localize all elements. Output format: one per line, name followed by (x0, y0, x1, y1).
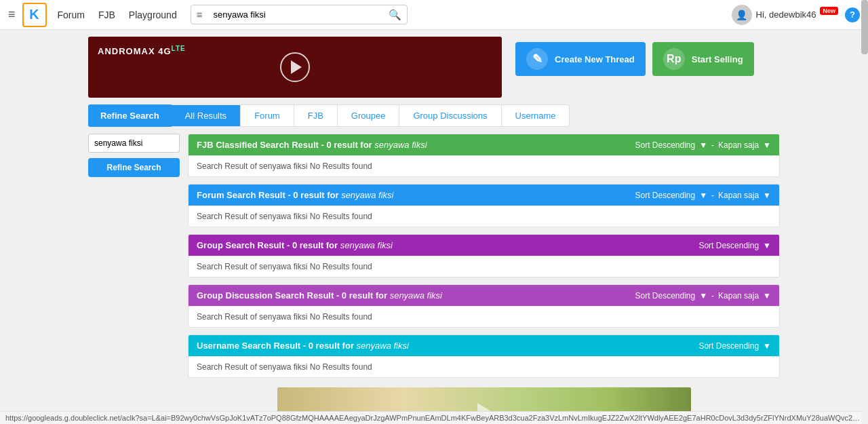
group-result-section: Group Search Result - 0 result for senya… (188, 234, 780, 277)
nav-search-submit-icon[interactable]: 🔍 (383, 9, 407, 21)
fjb-kapan-arrow: ▼ (763, 140, 771, 150)
groupdiscussion-kapan-arrow: ▼ (763, 291, 771, 301)
create-btn-label: Create New Thread (555, 54, 635, 64)
action-buttons: ✎ Create New Thread Rp Start Selling (515, 42, 754, 76)
fjb-count-text: - 0 result for (321, 140, 375, 150)
username-query: senyawa fiksi (357, 341, 409, 351)
forum-sort-arrow: ▼ (699, 191, 707, 200)
nav-right: 👤 Hi, dedewbik46 New ? (732, 5, 860, 25)
group-result-body: Search Result of senyawa fiksi No Result… (189, 256, 779, 277)
user-area: 👤 Hi, dedewbik46 New (732, 5, 838, 25)
sidebar-search-input[interactable] (88, 134, 180, 153)
groupdiscussion-sort-arrow: ▼ (699, 291, 707, 301)
groupdiscussion-sort-label[interactable]: Sort Descending (635, 291, 695, 301)
avatar: 👤 (732, 5, 752, 25)
username-title-text: Username Search Result (197, 341, 300, 351)
forum-sort-label[interactable]: Sort Descending (635, 191, 695, 200)
sell-btn-label: Start Selling (692, 54, 743, 64)
groupdiscussion-dash: - (711, 291, 714, 301)
forum-title-text: Forum Search Result (197, 190, 285, 200)
hamburger-icon[interactable]: ≡ (8, 7, 16, 22)
nav-search-input[interactable] (208, 5, 382, 24)
group-result-controls: Sort Descending ▼ (698, 241, 771, 250)
sidebar-refine-button[interactable]: Refine Search (88, 158, 180, 177)
tab-all-results[interactable]: All Results (172, 104, 241, 127)
results-layout: Refine Search FJB Classified Search Resu… (88, 134, 780, 385)
banner-area: ANDROMAX 4GLTE ✎ Create New Thread Rp St… (0, 30, 868, 104)
forum-result-title: Forum Search Result - 0 result for senya… (197, 190, 393, 200)
forum-kapan-arrow: ▼ (763, 191, 771, 200)
create-icon: ✎ (526, 48, 548, 70)
username-result-section: Username Search Result - 0 result for se… (188, 334, 780, 378)
site-logo[interactable]: K (22, 3, 47, 27)
scrollbar[interactable] (861, 0, 868, 424)
main-content: Refine Search All Results Forum FJB Grou… (0, 104, 868, 424)
nav-forum-link[interactable]: Forum (58, 9, 85, 20)
nav-playground-link[interactable]: Playground (129, 9, 177, 20)
forum-result-section: Forum Search Result - 0 result for senya… (188, 184, 780, 227)
groupdiscussion-result-controls: Sort Descending ▼ - Kapan saja ▼ (635, 291, 771, 301)
fjb-result-title: FJB Classified Search Result - 0 result … (197, 140, 427, 150)
groupdiscussion-result-header: Group Discussion Search Result - 0 resul… (189, 285, 779, 306)
username-result-controls: Sort Descending ▼ (698, 341, 771, 351)
fjb-result-controls: Sort Descending ▼ - Kapan saja ▼ (635, 140, 771, 150)
group-sort-arrow: ▼ (763, 241, 771, 250)
banner-logo: ANDROMAX 4GLTE (98, 45, 186, 56)
sidebar: Refine Search (88, 134, 180, 385)
forum-result-body: Search Result of senyawa fiksi No Result… (189, 206, 779, 227)
tab-forum[interactable]: Forum (241, 104, 294, 127)
play-icon (291, 60, 302, 74)
tab-groupee[interactable]: Groupee (338, 104, 400, 127)
status-bar: https://googleads.g.doubleclick.net/aclk… (0, 411, 868, 424)
username-result-header: Username Search Result - 0 result for se… (189, 335, 779, 356)
create-new-thread-button[interactable]: ✎ Create New Thread (515, 42, 646, 76)
username-sort-arrow: ▼ (763, 341, 771, 351)
top-nav: ≡ K Forum FJB Playground ≡ 🔍 👤 Hi, dedew… (0, 0, 868, 30)
nav-search-wrapper: ≡ 🔍 (191, 5, 408, 24)
group-title-text: Group Search Result (197, 240, 284, 250)
fjb-sort-arrow: ▼ (699, 140, 707, 150)
fjb-sort-label[interactable]: Sort Descending (635, 140, 695, 150)
start-selling-button[interactable]: Rp Start Selling (652, 42, 754, 76)
nav-links: Forum FJB Playground (58, 9, 177, 20)
tab-group-discussions[interactable]: Group Discussions (399, 104, 501, 127)
search-tabs-row: Refine Search All Results Forum FJB Grou… (88, 104, 780, 127)
group-count-text: - 0 result for (287, 240, 340, 250)
tab-username[interactable]: Username (502, 104, 570, 127)
play-button[interactable] (280, 52, 310, 82)
tab-fjb[interactable]: FJB (294, 104, 338, 127)
forum-kapan-label[interactable]: Kapan saja (718, 191, 759, 200)
username-result-title: Username Search Result - 0 result for se… (197, 341, 409, 351)
groupdiscussion-count-text: - 0 result for (336, 290, 390, 301)
username-count-text: - 0 result for (303, 341, 357, 351)
groupdiscussion-kapan-label[interactable]: Kapan saja (718, 291, 759, 301)
scrollbar-thumb[interactable] (861, 0, 868, 54)
help-icon[interactable]: ? (845, 7, 860, 22)
nav-search-menu-icon[interactable]: ≡ (191, 9, 208, 20)
username-sort-label[interactable]: Sort Descending (698, 341, 759, 351)
fjb-result-header: FJB Classified Search Result - 0 result … (189, 134, 779, 155)
group-query: senyawa fiksi (340, 240, 393, 250)
fjb-title-text: FJB Classified Search Result (197, 140, 319, 150)
group-result-header: Group Search Result - 0 result for senya… (189, 235, 779, 256)
group-sort-label[interactable]: Sort Descending (698, 241, 759, 250)
banner-video[interactable]: ANDROMAX 4GLTE (88, 37, 502, 98)
refine-search-tab[interactable]: Refine Search (88, 104, 172, 127)
forum-result-header: Forum Search Result - 0 result for senya… (189, 185, 779, 206)
fjb-result-section: FJB Classified Search Result - 0 result … (188, 134, 780, 177)
forum-query: senyawa fiksi (341, 190, 393, 200)
forum-dash: - (711, 191, 714, 200)
groupdiscussion-query: senyawa fiksi (390, 290, 442, 301)
fjb-kapan-label[interactable]: Kapan saja (718, 140, 759, 150)
nav-fjb-link[interactable]: FJB (98, 9, 115, 20)
fjb-dash: - (711, 140, 714, 150)
groupdiscussion-result-body: Search Result of senyawa fiksi No Result… (189, 306, 779, 327)
greeting-text: Hi, dedewbik46 (756, 9, 816, 20)
forum-result-controls: Sort Descending ▼ - Kapan saja ▼ (635, 191, 771, 200)
group-result-title: Group Search Result - 0 result for senya… (197, 240, 393, 250)
username-result-body: Search Result of senyawa fiksi No Result… (189, 356, 779, 377)
fjb-result-body: Search Result of senyawa fiksi No Result… (189, 155, 779, 176)
groupdiscussion-result-title: Group Discussion Search Result - 0 resul… (197, 290, 442, 301)
groupdiscussion-title-text: Group Discussion Search Result (197, 290, 334, 301)
new-badge: New (820, 7, 838, 15)
